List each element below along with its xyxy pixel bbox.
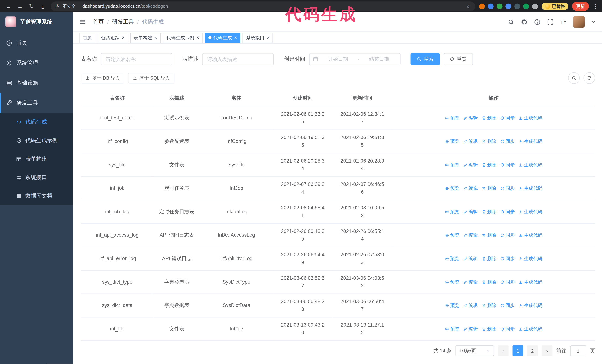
github-icon[interactable]	[521, 19, 527, 25]
delete-link[interactable]: 删除	[482, 161, 496, 169]
import-sql-button[interactable]: 基于 SQL 导入	[128, 73, 174, 83]
generate-code-link[interactable]: 生成代码	[519, 184, 543, 192]
close-icon[interactable]: ×	[196, 35, 199, 40]
preview-link[interactable]: 预览	[445, 208, 459, 216]
edit-link[interactable]: 编辑	[463, 208, 478, 216]
sidebar-subitem-codegen-example[interactable]: 代码生成示例	[0, 131, 73, 150]
edit-link[interactable]: 编辑	[463, 114, 478, 122]
close-icon[interactable]: ×	[267, 35, 269, 40]
sidebar-item-infra[interactable]: 基础设施	[0, 73, 73, 93]
delete-link[interactable]: 删除	[482, 184, 496, 192]
app-logo[interactable]: 芋道管理系统	[0, 12, 73, 31]
fullscreen-icon[interactable]	[547, 19, 553, 25]
sync-link[interactable]: 同步	[500, 137, 515, 145]
extension-ext-6-icon[interactable]	[523, 3, 529, 9]
edit-link[interactable]: 编辑	[463, 278, 478, 286]
delete-link[interactable]: 删除	[482, 325, 496, 333]
sync-link[interactable]: 同步	[500, 231, 515, 239]
toggle-search-icon-button[interactable]	[568, 72, 580, 84]
update-button[interactable]: 更新	[572, 2, 589, 10]
delete-link[interactable]: 删除	[482, 278, 496, 286]
sidebar-item-system[interactable]: 系统管理	[0, 53, 73, 73]
prev-page-button[interactable]: ‹	[498, 345, 509, 356]
search-icon[interactable]	[508, 19, 514, 25]
chevron-down-icon[interactable]	[591, 20, 596, 24]
generate-code-link[interactable]: 生成代码	[519, 278, 543, 286]
browser-menu-icon[interactable]: ⋮	[593, 3, 598, 9]
browser-reload-button[interactable]: ↻	[28, 3, 35, 10]
preview-link[interactable]: 预览	[445, 325, 459, 333]
browser-home-button[interactable]: ⌂	[39, 3, 47, 10]
goto-page-input[interactable]	[570, 345, 586, 356]
sync-link[interactable]: 同步	[500, 255, 515, 262]
delete-link[interactable]: 删除	[482, 114, 496, 122]
tab-首页[interactable]: 首页	[79, 32, 95, 43]
sync-link[interactable]: 同步	[500, 325, 515, 333]
delete-link[interactable]: 删除	[482, 231, 496, 239]
generate-code-link[interactable]: 生成代码	[519, 161, 543, 169]
extension-ext-1-icon[interactable]	[479, 3, 485, 9]
sidebar-subitem-db-doc[interactable]: 数据库文档	[0, 187, 73, 205]
security-warning-label[interactable]: 不安全	[63, 3, 76, 9]
create-time-range-picker[interactable]: 开始日期 - 结束日期	[309, 53, 401, 65]
page-size-select[interactable]: 10条/页	[455, 345, 494, 356]
delete-link[interactable]: 删除	[482, 208, 496, 216]
preview-link[interactable]: 预览	[445, 137, 459, 145]
address-bar[interactable]: ⚠ 不安全 dashboard.yudao.iocoder.cn/tool/co…	[51, 1, 475, 11]
preview-link[interactable]: 预览	[445, 255, 459, 262]
reset-button[interactable]: 重置	[444, 53, 473, 65]
font-size-icon[interactable]: TT	[560, 19, 567, 25]
generate-code-link[interactable]: 生成代码	[519, 255, 543, 262]
edit-link[interactable]: 编辑	[463, 255, 478, 262]
delete-link[interactable]: 删除	[482, 255, 496, 262]
sidebar-subitem-system-api[interactable]: 系统接口	[0, 168, 73, 187]
table-desc-input[interactable]	[202, 53, 274, 65]
hamburger-icon[interactable]	[79, 19, 86, 25]
extension-ext-puzzle-icon[interactable]	[532, 3, 538, 9]
sidebar-item-home[interactable]: 首页	[0, 33, 73, 53]
tab-系统接口[interactable]: 系统接口×	[243, 32, 273, 43]
preview-link[interactable]: 预览	[445, 302, 459, 309]
paused-badge[interactable]: 已暂停	[542, 2, 568, 10]
extension-ext-3-icon[interactable]	[497, 3, 502, 9]
import-db-button[interactable]: 基于 DB 导入	[81, 73, 124, 83]
tab-链路追踪[interactable]: 链路追踪×	[98, 32, 128, 43]
generate-code-link[interactable]: 生成代码	[519, 325, 543, 333]
preview-link[interactable]: 预览	[445, 161, 459, 169]
generate-code-link[interactable]: 生成代码	[519, 302, 543, 309]
browser-forward-button[interactable]: →	[16, 3, 24, 10]
generate-code-link[interactable]: 生成代码	[519, 231, 543, 239]
edit-link[interactable]: 编辑	[463, 137, 478, 145]
delete-link[interactable]: 删除	[482, 137, 496, 145]
sidebar-subitem-form-builder[interactable]: 表单构建	[0, 150, 73, 168]
generate-code-link[interactable]: 生成代码	[519, 114, 543, 122]
sidebar-item-devtools[interactable]: 研发工具	[0, 93, 73, 113]
table-name-input[interactable]	[101, 53, 172, 65]
sync-link[interactable]: 同步	[500, 302, 515, 309]
refresh-table-button[interactable]	[583, 72, 595, 84]
preview-link[interactable]: 预览	[445, 184, 459, 192]
close-icon[interactable]: ×	[122, 35, 125, 40]
generate-code-link[interactable]: 生成代码	[519, 137, 543, 145]
extension-ext-4-icon[interactable]	[505, 3, 511, 9]
delete-link[interactable]: 删除	[482, 302, 496, 309]
edit-link[interactable]: 编辑	[463, 231, 478, 239]
help-icon[interactable]	[534, 19, 540, 25]
extension-ext-2-icon[interactable]	[488, 3, 494, 9]
browser-back-button[interactable]: ←	[5, 3, 12, 10]
bookmark-star-icon[interactable]: ☆	[466, 3, 471, 9]
edit-link[interactable]: 编辑	[463, 184, 478, 192]
page-button-2[interactable]: 2	[527, 345, 538, 356]
tab-代码生成示例[interactable]: 代码生成示例×	[163, 32, 203, 43]
next-page-button[interactable]: ›	[542, 345, 552, 356]
edit-link[interactable]: 编辑	[463, 325, 478, 333]
close-icon[interactable]: ×	[154, 35, 157, 40]
tab-代码生成[interactable]: 代码生成×	[205, 32, 240, 43]
preview-link[interactable]: 预览	[445, 278, 459, 286]
start-date-placeholder[interactable]: 开始日期	[321, 56, 356, 62]
preview-link[interactable]: 预览	[445, 114, 459, 122]
search-button[interactable]: 搜索	[411, 53, 440, 65]
end-date-placeholder[interactable]: 结束日期	[362, 56, 397, 62]
edit-link[interactable]: 编辑	[463, 302, 478, 309]
page-button-1[interactable]: 1	[513, 345, 523, 356]
